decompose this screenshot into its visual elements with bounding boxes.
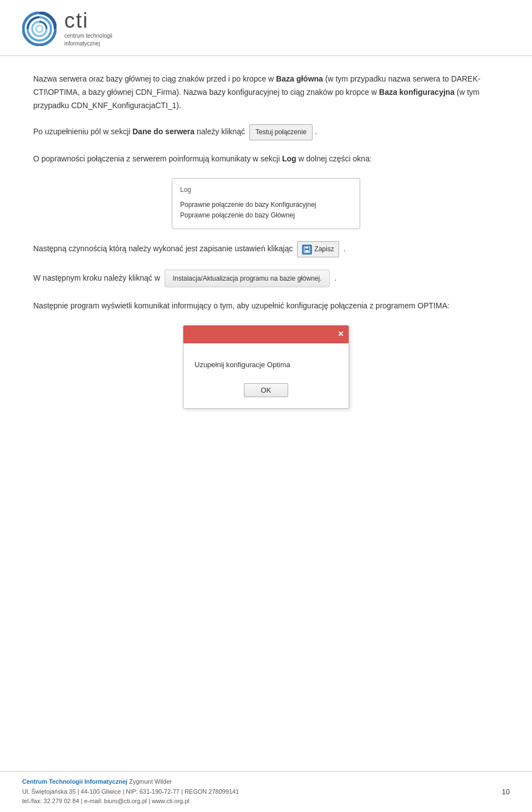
save-icon xyxy=(302,245,312,255)
header: cti centrum technologii informatycznej xyxy=(0,0,532,56)
svg-point-3 xyxy=(36,26,43,32)
logo-icon xyxy=(22,12,57,46)
dialog-content: Uzupełnij konfiguracje Optima OK xyxy=(183,343,349,408)
footer-address-line1: Ul. Świętojańska 35 | 44-100 Gliwice | N… xyxy=(22,787,239,797)
paragraph-1: Nazwa serwera oraz bazy głównej to ciąg … xyxy=(33,73,499,112)
footer: Centrum Technologii Informatycznej Zygmu… xyxy=(0,771,532,812)
dialog-ok-button[interactable]: OK xyxy=(244,383,289,397)
para3-bold: Log xyxy=(282,154,296,163)
paragraph-3: O poprawności połączenia z serwerem poin… xyxy=(33,153,499,166)
para4-post: . xyxy=(344,244,346,253)
para1-bold: Baza główna xyxy=(276,74,323,83)
dialog-ok-container: OK xyxy=(195,383,337,397)
save-button[interactable]: Zapisz xyxy=(297,241,339,257)
dialog-box: ✕ Uzupełnij konfiguracje Optima OK xyxy=(183,325,349,409)
footer-company-rest: Zygmunt Wilder xyxy=(127,778,172,785)
footer-page-number: 10 xyxy=(502,788,510,796)
save-svg xyxy=(304,246,310,253)
para1-bold2: Baza konfiguracyjna xyxy=(379,88,454,97)
svg-rect-5 xyxy=(305,250,309,252)
footer-address-line2: tel./fax: 32 279 02 84 | e-mail: biuro@c… xyxy=(22,796,239,806)
logo-container: cti centrum technologii informatycznej xyxy=(22,10,112,48)
log-line-2: Poprawne połączenie do bazy Głównej xyxy=(180,210,352,221)
log-line-1: Poprawne połączenie do bazy Konfiguracyj… xyxy=(180,200,352,210)
footer-company-line: Centrum Technologii Informatycznej Zygmu… xyxy=(22,777,239,787)
log-box-container: Log Poprawne połączenie do bazy Konfigur… xyxy=(33,178,499,230)
svg-rect-6 xyxy=(305,247,308,248)
dialog-title-bar: ✕ xyxy=(183,326,349,343)
para1-text: Nazwa serwera oraz bazy głównej to ciąg … xyxy=(33,74,276,83)
log-title: Log xyxy=(180,184,352,195)
main-content: Nazwa serwera oraz bazy głównej to ciąg … xyxy=(0,56,532,465)
dialog-message: Uzupełnij konfiguracje Optima xyxy=(195,359,337,371)
test-connection-button[interactable]: Testuj połączenie xyxy=(249,124,313,140)
para6-pre: Następnie program wyświetli komunikat in… xyxy=(33,301,449,310)
footer-left: Centrum Technologii Informatycznej Zygmu… xyxy=(22,777,239,806)
dialog-close-button[interactable]: ✕ xyxy=(337,328,344,341)
paragraph-5: W następnym kroku należy kliknąć w Insta… xyxy=(33,270,499,287)
para3-post: w dolnej części okna: xyxy=(296,154,372,163)
logo-subtitle: centrum technologii informatycznej xyxy=(64,32,112,48)
dialog-container: ✕ Uzupełnij konfiguracje Optima OK xyxy=(33,325,499,409)
para2-post: należy kliknąć xyxy=(195,127,245,136)
install-button[interactable]: Instalacja/Aktualizacja programu na bazi… xyxy=(165,270,330,287)
paragraph-6: Następnie program wyświetli komunikat in… xyxy=(33,300,499,313)
para5-post: . xyxy=(334,273,336,282)
para2-bold: Dane do serwera xyxy=(132,127,195,136)
paragraph-4: Następną czynnością którą należy wykonać… xyxy=(33,241,499,257)
save-label: Zapisz xyxy=(314,243,334,255)
logo-text: cti centrum technologii informatycznej xyxy=(64,10,112,48)
para2-pre: Po uzupełnieniu pól w sekcji xyxy=(33,127,132,136)
para4-pre: Następną czynnością którą należy wykonać… xyxy=(33,244,293,253)
logo-letters: cti xyxy=(64,10,112,31)
log-box: Log Poprawne połączenie do bazy Konfigur… xyxy=(172,178,360,230)
footer-company-name: Centrum Technologii Informatycznej xyxy=(22,778,127,785)
para5-pre: W następnym kroku należy kliknąć w xyxy=(33,273,160,282)
paragraph-2: Po uzupełnieniu pól w sekcji Dane do ser… xyxy=(33,124,499,140)
para3-pre: O poprawności połączenia z serwerem poin… xyxy=(33,154,282,163)
